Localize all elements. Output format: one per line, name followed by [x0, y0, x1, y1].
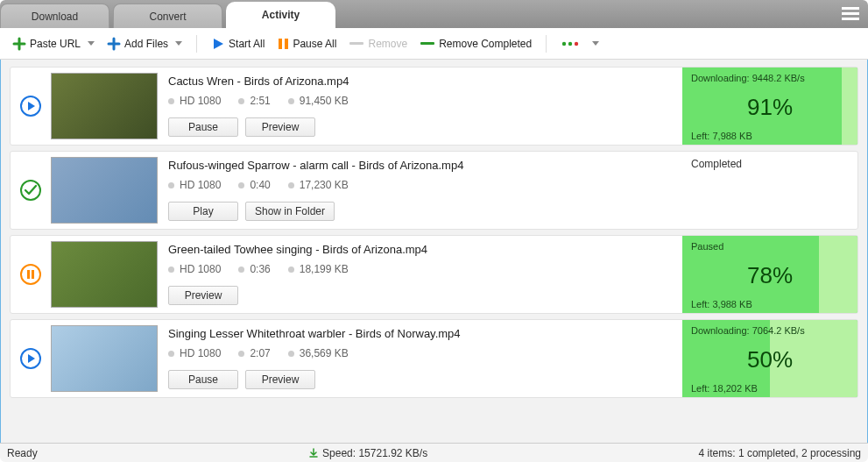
svg-rect-11 [32, 270, 34, 279]
svg-point-4 [562, 41, 566, 45]
item-meta: Rufous-winged Sparrow - alarm call - Bir… [158, 152, 682, 229]
progress-percent: 78% [691, 262, 849, 289]
status-bar: Ready Speed: 15721.92 KB/s 4 items: 1 co… [0, 443, 868, 462]
hamburger-menu-icon[interactable] [838, 4, 863, 23]
item-meta: Green-tailed Towhee singing - Birds of A… [158, 236, 682, 313]
tab-convert[interactable]: Convert [113, 4, 222, 28]
tab-activity-label: Activity [262, 9, 300, 21]
svg-rect-1 [285, 39, 288, 49]
plus-icon [107, 37, 121, 51]
status-downloading-icon [11, 320, 51, 397]
item-size: 36,569 KB [288, 347, 349, 359]
remove-label: Remove [368, 38, 407, 50]
item-info: HD 1080 2:07 36,569 KB [168, 347, 672, 359]
pause-button[interactable]: Pause [168, 370, 238, 389]
progress-panel: Downloading: 7064.2 KB/s 50% Left: 18,20… [682, 320, 857, 397]
svg-rect-3 [420, 42, 434, 45]
item-size: 91,450 KB [288, 95, 349, 107]
tab-download-label: Download [32, 11, 78, 23]
progress-percent: 50% [691, 346, 849, 373]
tab-bar: Download Convert Activity [0, 0, 868, 28]
item-title: Cactus Wren - Birds of Arizona.mp4 [168, 75, 672, 88]
progress-speed: Downloading: 7064.2 KB/s [691, 325, 849, 336]
download-list: Cactus Wren - Birds of Arizona.mp4 HD 10… [0, 60, 868, 443]
item-title: Rufous-winged Sparrow - alarm call - Bir… [168, 159, 672, 172]
preview-button[interactable]: Preview [168, 286, 238, 305]
tab-activity[interactable]: Activity [226, 2, 335, 28]
status-ready: Ready [7, 447, 38, 459]
add-files-label: Add Files [124, 38, 168, 50]
item-duration: 2:51 [238, 95, 270, 107]
show-in-folder-button[interactable]: Show in Folder [245, 202, 335, 221]
remove-completed-button[interactable]: Remove Completed [416, 35, 535, 53]
item-buttons: Play Show in Folder [168, 202, 672, 221]
item-title: Green-tailed Towhee singing - Birds of A… [168, 243, 672, 256]
svg-point-9 [21, 265, 40, 284]
paste-url-label: Paste URL [30, 38, 81, 50]
start-all-label: Start All [229, 38, 265, 50]
progress-speed: Downloading: 9448.2 KB/s [691, 73, 849, 83]
svg-rect-10 [27, 270, 30, 279]
item-buttons: Pause Preview [168, 370, 672, 389]
progress-left: Left: 7,988 KB [691, 131, 849, 141]
minus-icon [349, 37, 364, 51]
remove-completed-label: Remove Completed [439, 38, 532, 50]
progress-speed: Paused [691, 241, 849, 252]
paste-url-button[interactable]: Paste URL [9, 35, 98, 53]
tab-download[interactable]: Download [0, 4, 109, 28]
toolbar: Paste URL Add Files Start All Pause All … [0, 28, 868, 60]
add-files-button[interactable]: Add Files [103, 35, 186, 53]
item-info: HD 1080 0:40 17,230 KB [168, 179, 672, 191]
item-quality: HD 1080 [168, 179, 221, 191]
item-size: 17,230 KB [288, 179, 349, 191]
remove-button[interactable]: Remove [345, 35, 411, 53]
item-info: HD 1080 2:51 91,450 KB [168, 95, 672, 107]
list-item[interactable]: Cactus Wren - Birds of Arizona.mp4 HD 10… [10, 67, 858, 146]
list-item[interactable]: Singing Lesser Whitethroat warbler - Bir… [10, 319, 858, 398]
item-quality: HD 1080 [168, 347, 221, 359]
svg-rect-0 [279, 39, 282, 49]
item-meta: Singing Lesser Whitethroat warbler - Bir… [158, 320, 682, 397]
pause-all-label: Pause All [293, 38, 336, 50]
minus-icon [420, 37, 435, 51]
pause-icon [277, 37, 289, 51]
status-completed-icon [11, 152, 51, 229]
progress-left: Left: 18,202 KB [691, 383, 849, 394]
download-speed-icon [308, 448, 319, 458]
video-thumbnail [51, 157, 158, 224]
progress-percent: 91% [691, 94, 849, 121]
progress-left: Left: 3,988 KB [691, 299, 849, 309]
options-button[interactable] [557, 35, 603, 53]
status-downloading-icon [11, 68, 51, 145]
item-duration: 2:07 [238, 347, 270, 359]
item-buttons: Preview [168, 286, 672, 305]
item-duration: 0:40 [238, 179, 270, 191]
separator [196, 35, 197, 53]
svg-point-6 [575, 41, 578, 45]
progress-panel: Completed [682, 152, 857, 229]
pause-button[interactable]: Pause [168, 117, 238, 137]
video-thumbnail [51, 241, 158, 308]
start-all-button[interactable]: Start All [208, 35, 268, 53]
item-info: HD 1080 0:36 18,199 KB [168, 263, 672, 275]
item-size: 18,199 KB [288, 263, 349, 275]
list-item[interactable]: Rufous-winged Sparrow - alarm call - Bir… [10, 151, 858, 230]
preview-button[interactable]: Preview [245, 370, 315, 389]
item-duration: 0:36 [238, 263, 270, 275]
item-meta: Cactus Wren - Birds of Arizona.mp4 HD 10… [158, 68, 682, 145]
list-item[interactable]: Green-tailed Towhee singing - Birds of A… [10, 235, 858, 314]
pause-all-button[interactable]: Pause All [273, 35, 340, 53]
tab-convert-label: Convert [149, 11, 186, 23]
item-quality: HD 1080 [168, 95, 221, 107]
preview-button[interactable]: Preview [245, 117, 315, 137]
progress-panel: Paused 78% Left: 3,988 KB [682, 236, 857, 313]
play-button[interactable]: Play [168, 202, 238, 221]
chevron-down-icon [175, 41, 182, 46]
status-summary: 4 items: 1 completed, 2 processing [699, 447, 861, 459]
video-thumbnail [51, 73, 158, 139]
progress-panel: Downloading: 9448.2 KB/s 91% Left: 7,988… [682, 68, 857, 145]
svg-rect-2 [349, 42, 363, 45]
status-speed: Speed: 15721.92 KB/s [308, 447, 427, 459]
status-completed-text: Completed [691, 158, 742, 170]
svg-point-5 [568, 41, 572, 45]
